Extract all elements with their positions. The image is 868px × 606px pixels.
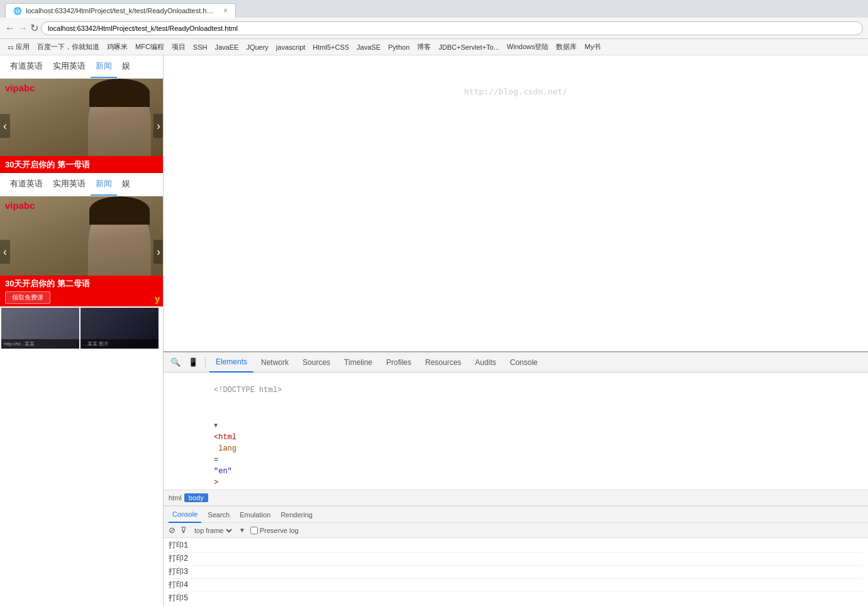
carousel-1-next-btn[interactable]: › xyxy=(153,114,164,138)
carousel-1-prev-btn[interactable]: ‹ xyxy=(0,114,10,138)
forward-btn[interactable]: → xyxy=(18,23,28,34)
tab-timeline[interactable]: Timeline xyxy=(338,352,379,373)
console-line-2: 打印2 xyxy=(169,553,863,566)
thumbnail-1[interactable]: http://bl...某某 xyxy=(1,308,79,349)
preserve-log-checkbox[interactable] xyxy=(250,527,258,534)
carousel-hair xyxy=(89,79,150,107)
bookmark-jizhumi[interactable]: 鸡啄米 xyxy=(103,41,131,53)
console-output: 打印1 打印2 打印3 打印4 打印5 xyxy=(164,538,868,606)
console-section: Console Search Emulation Rendering ⊘ ⊽ t… xyxy=(164,506,868,606)
breadcrumb-html[interactable]: html xyxy=(169,494,182,502)
divider xyxy=(205,357,206,368)
console-tabs-bar: Console Search Emulation Rendering xyxy=(164,507,868,523)
site-nav-2: 有道英语 实用英语 新闻 娱 xyxy=(0,173,163,196)
carousel-1: vipabc ‹ › 30天开启你的 第一母语 xyxy=(0,79,164,173)
tab-sources[interactable]: Sources xyxy=(296,352,337,373)
console-filter-btn[interactable]: ⊽ xyxy=(181,525,187,535)
bookmark-ssh[interactable]: SSH xyxy=(189,42,211,52)
tab-console[interactable]: Console xyxy=(504,352,544,373)
console-tab-console[interactable]: Console xyxy=(169,507,201,523)
bookmark-baidu[interactable]: 百度一下，你就知道 xyxy=(33,41,103,53)
carousel-2-banner: 30天开启你的 第二母语 领取免费课 y xyxy=(0,276,164,306)
main-layout: 有道英语 实用英语 新闻 娱 vipabc ‹ › 30天开启你的 第一母语 xyxy=(0,55,868,606)
tab-elements[interactable]: Elements xyxy=(209,352,253,373)
apps-icon: ⚏ xyxy=(8,43,14,51)
console-line-4: 打印4 xyxy=(169,579,863,592)
bookmark-apps[interactable]: ⚏ 应用 xyxy=(4,41,33,53)
bookmark-windows[interactable]: Windows登陆 xyxy=(503,41,553,53)
tab-profiles[interactable]: Profiles xyxy=(380,352,418,373)
carousel-2-prev-btn[interactable]: ‹ xyxy=(0,240,10,264)
bookmark-mfc[interactable]: MFC编程 xyxy=(131,41,168,53)
nav-item-shiyong[interactable]: 实用英语 xyxy=(48,55,91,78)
carousel-2-next-btn[interactable]: › xyxy=(153,240,164,264)
console-tab-emulation[interactable]: Emulation xyxy=(236,507,274,523)
devtools-search-btn[interactable]: 🔍 xyxy=(167,356,184,369)
console-line-5: 打印5 xyxy=(169,592,863,605)
reload-btn[interactable]: ↻ xyxy=(30,22,38,34)
thumbnails-row: http://bl...某某 ...某某 图片 xyxy=(0,306,163,350)
devtools-tab-bar: 🔍 📱 Elements Network Sources Timeline Pr… xyxy=(164,352,868,373)
nav-item-youdao[interactable]: 有道英语 xyxy=(5,55,48,78)
address-bar: ← → ↻ xyxy=(0,18,868,39)
right-pane: http://blog.csdn.net/ 🔍 📱 Elements Netwo… xyxy=(164,55,868,606)
frame-arrow[interactable]: ▼ xyxy=(239,527,245,534)
bookmark-javase[interactable]: JavaSE xyxy=(353,42,384,52)
thumbnail-2[interactable]: ...某某 图片 xyxy=(81,308,159,349)
bookmark-mybook[interactable]: My书 xyxy=(581,41,604,53)
bookmark-jquery[interactable]: JQuery xyxy=(242,42,272,52)
console-filter-row: ⊘ ⊽ top frame ▼ Preserve log xyxy=(164,523,868,538)
devtools-panel: 🔍 📱 Elements Network Sources Timeline Pr… xyxy=(164,351,868,606)
preserve-log-label[interactable]: Preserve log xyxy=(250,527,299,534)
active-tab[interactable]: 🌐 localhost:63342/HtmlProject/test_k/tes… xyxy=(5,3,236,18)
bookmark-javascript[interactable]: javascript xyxy=(272,42,309,52)
tab-icon: 🌐 xyxy=(13,7,22,15)
carousel-2: vipabc ‹ › 30天开启你的 第二母语 领取免费课 y xyxy=(0,196,164,306)
code-line-html[interactable]: ▼ <html lang = "en" > xyxy=(164,408,868,490)
console-clear-btn[interactable]: ⊘ xyxy=(169,525,175,535)
carousel-logo-1: vipabc xyxy=(5,82,35,94)
frame-selector[interactable]: top frame xyxy=(192,526,234,535)
console-tab-rendering[interactable]: Rendering xyxy=(277,507,316,523)
bookmark-db[interactable]: 数据库 xyxy=(552,41,581,53)
bookmark-html5css[interactable]: Html5+CSS xyxy=(309,42,353,52)
back-btn[interactable]: ← xyxy=(5,23,15,34)
address-input[interactable] xyxy=(41,21,863,35)
tab-audits[interactable]: Audits xyxy=(469,352,502,373)
bookmarks-bar: ⚏ 应用 百度一下，你就知道 鸡啄米 MFC编程 项目 SSH JavaEE J… xyxy=(0,39,868,55)
carousel-2-hair xyxy=(89,196,150,225)
watermark: http://blog.csdn.net/ xyxy=(464,87,567,96)
nav2-item-ent[interactable]: 娱 xyxy=(117,173,135,196)
code-line-doctype: <!DOCTYPE html> xyxy=(164,373,868,408)
browser-tabs-bar: 🌐 localhost:63342/HtmlProject/test_k/tes… xyxy=(0,0,868,18)
bookmark-project[interactable]: 项目 xyxy=(168,41,189,53)
bookmark-python[interactable]: Python xyxy=(384,42,413,52)
tab-label: localhost:63342/HtmlProject/test_k/test/… xyxy=(26,7,214,14)
y-badge: y xyxy=(155,294,160,304)
nav2-item-shiyong[interactable]: 实用英语 xyxy=(48,173,91,196)
console-tab-search[interactable]: Search xyxy=(204,507,233,523)
console-line-3: 打印3 xyxy=(169,566,863,579)
carousel-1-banner: 30天开启你的 第一母语 xyxy=(0,156,164,173)
carousel-logo-2: vipabc xyxy=(5,200,35,211)
tab-close-btn[interactable]: × xyxy=(218,6,228,15)
thumb-2-text: ...某某 图片 xyxy=(81,339,159,349)
bookmark-blog[interactable]: 博客 xyxy=(413,41,435,53)
elements-panel: <!DOCTYPE html> ▼ <html lang = "en" > ▶ … xyxy=(164,373,868,490)
bookmark-jdbc[interactable]: JDBC+Servlet+To... xyxy=(435,42,503,52)
tab-resources[interactable]: Resources xyxy=(419,352,467,373)
bookmark-javaee[interactable]: JavaEE xyxy=(211,42,242,52)
breadcrumb-body[interactable]: body xyxy=(184,493,208,502)
tab-network[interactable]: Network xyxy=(255,352,295,373)
nav2-item-news[interactable]: 新闻 xyxy=(91,173,117,196)
devtools-device-btn[interactable]: 📱 xyxy=(185,356,201,369)
site-nav-1: 有道英语 实用英语 新闻 娱 xyxy=(0,55,163,79)
nav-item-ent[interactable]: 娱 xyxy=(117,55,135,78)
nav-item-news[interactable]: 新闻 xyxy=(91,55,117,78)
thumb-1-text: http://bl...某某 xyxy=(1,339,79,349)
left-pane: 有道英语 实用英语 新闻 娱 vipabc ‹ › 30天开启你的 第一母语 xyxy=(0,55,164,606)
nav2-item-youdao[interactable]: 有道英语 xyxy=(5,173,48,196)
console-line-1: 打印1 xyxy=(169,539,863,553)
breadcrumb-bar: html body xyxy=(164,490,868,506)
free-course-btn[interactable]: 领取免费课 xyxy=(5,291,50,304)
